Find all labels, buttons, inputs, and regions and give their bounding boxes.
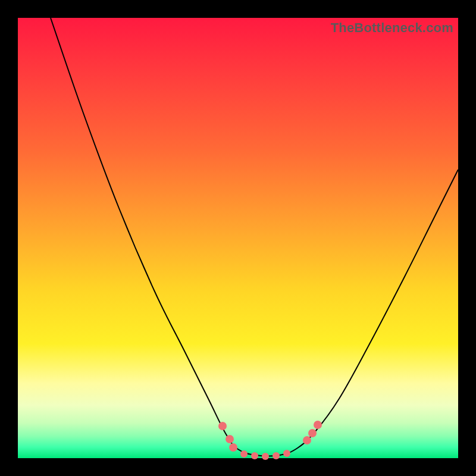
plot-area: TheBottleneck.com bbox=[18, 18, 458, 458]
bead-point bbox=[273, 452, 280, 459]
bead-point bbox=[308, 429, 317, 437]
bead-point bbox=[218, 422, 227, 430]
bead-point bbox=[283, 450, 290, 457]
bead-point bbox=[229, 443, 237, 452]
curve-path bbox=[51, 18, 458, 456]
bead-group bbox=[218, 421, 322, 460]
bead-point bbox=[240, 450, 248, 458]
chart-frame: TheBottleneck.com bbox=[0, 0, 476, 476]
bead-point bbox=[303, 436, 311, 444]
bead-point bbox=[262, 453, 269, 460]
bead-point bbox=[226, 435, 234, 443]
bead-point bbox=[251, 452, 258, 459]
bottleneck-curve bbox=[18, 18, 458, 458]
bead-point bbox=[314, 421, 322, 429]
